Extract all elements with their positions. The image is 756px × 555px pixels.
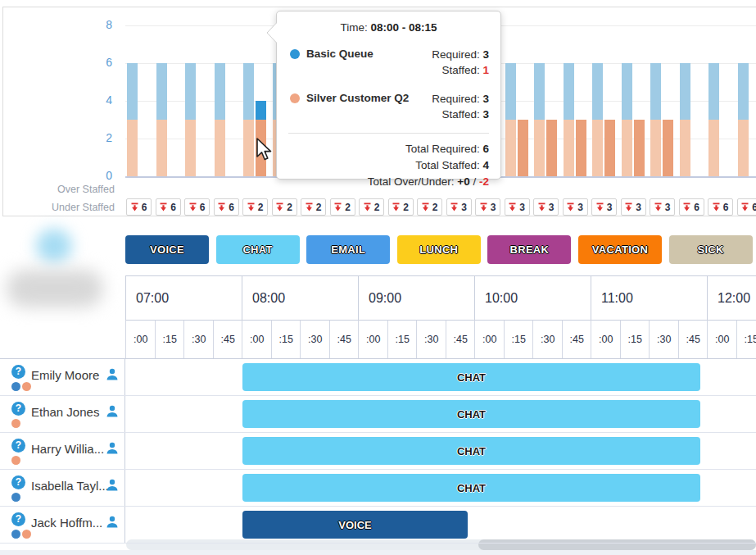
- under-staffed-arrow-icon: [654, 202, 662, 212]
- required-bar[interactable]: [708, 63, 719, 176]
- y-axis-tick: 2: [78, 131, 112, 146]
- required-bar[interactable]: [505, 63, 516, 176]
- agent-person-icon[interactable]: [106, 516, 119, 531]
- agent-person-icon[interactable]: [106, 479, 119, 494]
- under-staffed-value: 6: [200, 202, 206, 213]
- under-staffed-value: 3: [636, 202, 641, 213]
- staffed-bar[interactable]: [576, 120, 586, 176]
- required-bar[interactable]: [185, 63, 196, 176]
- quarter-header: :15: [736, 320, 756, 358]
- blurred-avatar: [36, 229, 72, 263]
- required-bar[interactable]: [650, 63, 661, 176]
- legend-button-lunch[interactable]: LUNCH: [397, 235, 481, 264]
- agent-row-jack-hoffm-[interactable]: ?Jack Hoffm...: [0, 507, 125, 544]
- quarter-header: :30: [183, 320, 214, 358]
- agent-person-icon[interactable]: [106, 442, 119, 457]
- quarter-header: :15: [271, 320, 301, 358]
- agent-person-icon[interactable]: [106, 368, 119, 384]
- quarter-header: :30: [649, 320, 679, 358]
- shift-bar-chat[interactable]: CHAT: [242, 400, 700, 428]
- under-staffed-chip: 3: [563, 198, 588, 216]
- tooltip-time: Time: 08:00 - 08:15: [277, 11, 500, 34]
- agent-row-harry-willia-[interactable]: ?Harry Willia...: [0, 433, 125, 470]
- agent-row-isabella-tayl-[interactable]: ?Isabella Tayl...: [0, 470, 125, 507]
- queue-dot-silver-icon: [22, 530, 31, 539]
- under-staffed-chip: 6: [184, 198, 210, 216]
- legend-button-sick[interactable]: SICK: [669, 235, 753, 264]
- under-staffed-value: 2: [374, 202, 380, 213]
- under-staffed-chip: 2: [301, 198, 326, 216]
- basic-queue-dot-icon: [290, 49, 300, 59]
- agent-row-ethan-jones[interactable]: ?Ethan Jones: [0, 396, 125, 433]
- required-bar[interactable]: [622, 63, 632, 176]
- under-staffed-arrow-icon: [422, 202, 429, 212]
- required-bar[interactable]: [564, 63, 574, 176]
- under-staffed-value: 6: [229, 202, 234, 213]
- shift-bar-voice[interactable]: VOICE: [242, 511, 468, 539]
- quarter-header: :15: [387, 320, 418, 358]
- agent-name: Ethan Jones: [31, 405, 99, 419]
- required-bar[interactable]: [680, 63, 690, 176]
- question-status-icon: ?: [11, 475, 25, 489]
- under-staffed-value: 6: [142, 202, 147, 213]
- silver-queue-stats: Required: 3 Staffed: 3: [432, 91, 489, 122]
- legend-button-chat[interactable]: CHAT: [216, 235, 300, 264]
- hour-header-09:00: 09:00: [358, 275, 474, 320]
- under-staffed-chip: 2: [242, 198, 268, 216]
- legend-button-voice[interactable]: VOICE: [125, 235, 209, 264]
- quarter-header: :45: [446, 320, 476, 358]
- y-axis-tick: 8: [78, 18, 112, 33]
- under-staffed-value: 3: [549, 202, 555, 213]
- legend-button-vacation[interactable]: VACATION: [578, 235, 662, 264]
- shift-bar-chat[interactable]: CHAT: [242, 474, 700, 502]
- under-staffed-arrow-icon: [189, 202, 197, 212]
- agent-name: Jack Hoffm...: [31, 516, 102, 530]
- hour-header-12:00: 12:00: [707, 275, 756, 320]
- under-staffed-value: 6: [723, 202, 729, 213]
- agent-row-emily-moore[interactable]: ?Emily Moore: [0, 359, 125, 396]
- horizontal-scrollbar-thumb[interactable]: [478, 539, 756, 550]
- under-staffed-arrow-icon: [364, 202, 371, 212]
- under-staffed-arrow-icon: [741, 202, 749, 212]
- under-staffed-arrow-icon: [567, 202, 574, 212]
- queue-dot-basic-icon: [11, 530, 20, 539]
- required-bar[interactable]: [243, 63, 254, 176]
- agent-name: Harry Willia...: [31, 442, 104, 456]
- legend-button-email[interactable]: EMAIL: [306, 235, 390, 264]
- required-bar[interactable]: [738, 63, 749, 176]
- under-staffed-value: 6: [694, 202, 699, 213]
- question-status-icon: ?: [11, 365, 25, 379]
- staffed-bar[interactable]: [663, 120, 673, 176]
- under-staffed-chip: 2: [359, 198, 384, 216]
- required-bar[interactable]: [534, 63, 545, 176]
- under-staffed-arrow-icon: [713, 202, 720, 212]
- agent-person-icon[interactable]: [106, 405, 119, 421]
- under-staffed-value: 6: [170, 202, 176, 213]
- quarter-header: :00: [125, 320, 156, 358]
- shift-bar-chat[interactable]: CHAT: [242, 437, 700, 465]
- silver-queue-name: Silver Customer Q2: [306, 91, 432, 104]
- tooltip-pointer-icon: [266, 21, 278, 44]
- queue-dot-basic-icon: [11, 382, 20, 391]
- under-staffed-value: 3: [461, 202, 467, 213]
- quarter-header: :45: [213, 320, 243, 358]
- under-staffed-arrow-icon: [276, 202, 283, 212]
- required-bar[interactable]: [215, 63, 225, 176]
- staffed-bar[interactable]: [634, 120, 645, 176]
- staffed-bar[interactable]: [518, 120, 528, 176]
- under-staffed-chip: 2: [417, 198, 442, 216]
- quarter-header: :45: [329, 320, 360, 358]
- under-staffed-arrow-icon: [218, 202, 225, 212]
- under-staffed-value: 2: [345, 202, 351, 213]
- under-staffed-chip: 6: [708, 198, 733, 216]
- required-bar[interactable]: [592, 63, 603, 176]
- legend-button-break[interactable]: BREAK: [487, 235, 571, 264]
- tooltip-time-label: Time:: [340, 21, 367, 34]
- under-staffed-chip: 6: [679, 198, 704, 216]
- shift-bar-chat[interactable]: CHAT: [242, 363, 700, 391]
- staffed-bar[interactable]: [546, 120, 557, 176]
- required-bar[interactable]: [127, 63, 138, 176]
- required-bar[interactable]: [156, 63, 167, 176]
- staffed-bar[interactable]: [604, 120, 615, 176]
- quarter-header: :00: [358, 320, 388, 358]
